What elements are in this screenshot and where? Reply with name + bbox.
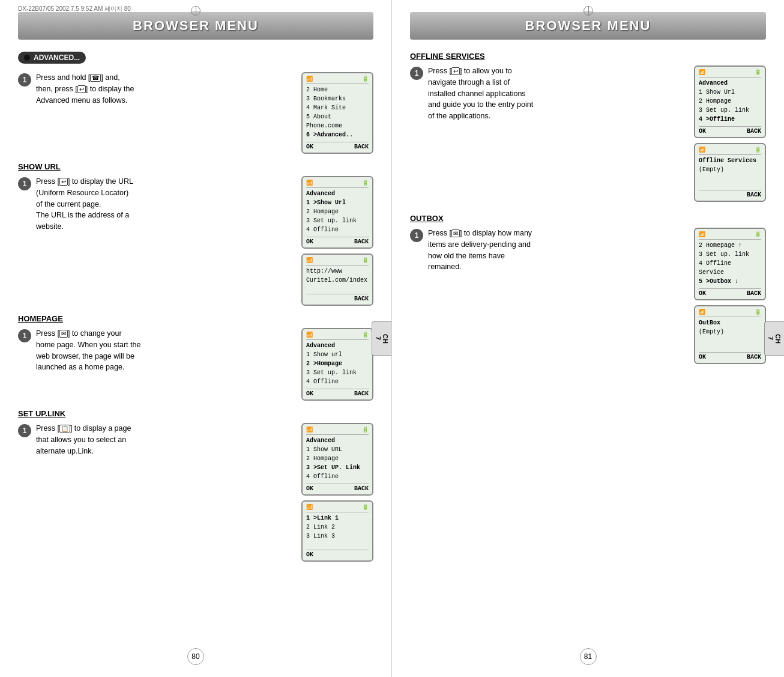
advanced-step-text: Press and hold [☎] and, then, press [↩] … — [36, 72, 295, 106]
offline-services-section: OFFLINE SERVICES 1 Press [↩] to allow yo… — [410, 52, 766, 202]
show-url-content: 1 Press [↩] to display the URL (Uniform … — [18, 176, 295, 238]
screen-offline-1: 📶🔋 Advanced 1 Show Url 2 Hompage 3 Set u… — [694, 65, 766, 138]
screen-setup-link-1: 📶🔋 Advanced 1 Show URL 2 Hompage 3 >Set … — [301, 423, 373, 496]
right-page: BROWSER MENU OFFLINE SERVICES 1 Press [↩… — [392, 0, 784, 677]
offline-step: 1 Press [↩] to allow you to navigate thr… — [410, 65, 766, 202]
show-url-screens: 📶🔋 Advanced 1 >Show Url 2 Hompage 3 Set … — [295, 176, 373, 306]
right-header-bar: BROWSER MENU — [410, 12, 766, 40]
left-page-number: 80 — [187, 648, 204, 665]
show-url-text: Press [↩] to display the URL (Uniform Re… — [36, 176, 295, 232]
setup-link-screens: 📶🔋 Advanced 1 Show URL 2 Hompage 3 >Set … — [295, 423, 373, 562]
ch-tab-left-page: CH7 — [372, 321, 391, 356]
screen-homepage: 📶🔋 Advanced 1 Show url 2 >Hompage 3 Set … — [301, 328, 373, 401]
offline-text: Press [↩] to allow you to navigate throu… — [428, 65, 688, 122]
step-num-1: 1 — [18, 73, 31, 87]
show-url-section: SHOW URL 1 Press [↩] to display the URL … — [18, 162, 373, 306]
step-num-setup-link: 1 — [18, 424, 31, 437]
homepage-step: 1 Press [✉] to change your home page. Wh… — [18, 328, 373, 401]
setup-link-text: Press [📋] to display a page that allows … — [36, 423, 295, 457]
advanced-label: ADVANCED... — [18, 52, 86, 64]
step-num-offline: 1 — [410, 67, 423, 80]
screen-show-url-1: 📶🔋 Advanced 1 >Show Url 2 Hompage 3 Set … — [301, 176, 373, 249]
left-page-title: BROWSER MENU — [18, 18, 373, 34]
screen-show-url-2: 📶🔋 http://www Curitel.com/index BACK — [301, 253, 373, 306]
crosshair-top — [191, 6, 201, 16]
left-page: DX-22B07/05 2002.7.5 9:52 AM 페이지 80 BROW… — [0, 0, 392, 677]
step-num-homepage: 1 — [18, 329, 31, 342]
step-num-outbox: 1 — [410, 229, 423, 242]
ch-tab-right-page: CH7 — [764, 321, 784, 356]
show-url-title: SHOW URL — [18, 162, 373, 171]
right-page-number: 81 — [580, 648, 597, 665]
screen-outbox-2: 📶🔋 OutBox (Empty) OKBACK — [694, 305, 766, 364]
left-header-bar: BROWSER MENU — [18, 12, 373, 40]
setup-link-title: SET UP.LINK — [18, 409, 373, 418]
screen-outbox-1: 📶🔋 2 Homepage ↑ 3 Set up. link 4 Offline… — [694, 228, 766, 300]
setup-link-section: SET UP.LINK 1 Press [📋] to display a pag… — [18, 409, 373, 562]
outbox-section: OUTBOX 1 Press [✉] to display how many i… — [410, 214, 766, 364]
crosshair-top-right — [583, 6, 593, 16]
screen-setup-link-2: 📶🔋 1 >Link 1 2 Link 2 3 Link 3 OK — [301, 500, 373, 562]
homepage-content: 1 Press [✉] to change your home page. Wh… — [18, 328, 295, 379]
advanced-step-content: 1 Press and hold [☎] and, then, press [↩… — [18, 72, 295, 112]
homepage-section: HOMEPAGE 1 Press [✉] to change your home… — [18, 314, 373, 401]
outbox-step: 1 Press [✉] to display how many items ar… — [410, 228, 766, 364]
step-num-show-url: 1 — [18, 177, 31, 190]
right-page-title: BROWSER MENU — [410, 18, 766, 34]
advanced-section: ADVANCED... 1 Press and hold [☎] and, th… — [18, 52, 373, 154]
watermark: DX-22B07/05 2002.7.5 9:52 AM 페이지 80 — [18, 5, 131, 13]
offline-screens: 📶🔋 Advanced 1 Show Url 2 Hompage 3 Set u… — [688, 65, 766, 202]
homepage-title: HOMEPAGE — [18, 314, 373, 323]
setup-link-content: 1 Press [📋] to display a page that allow… — [18, 423, 295, 463]
outbox-title: OUTBOX — [410, 214, 766, 223]
screen-offline-2: 📶🔋 Offline Services (Empty) BACK — [694, 143, 766, 202]
outbox-content: 1 Press [✉] to display how many items ar… — [410, 228, 688, 279]
outbox-text: Press [✉] to display how many items are … — [428, 228, 688, 273]
show-url-step: 1 Press [↩] to display the URL (Uniform … — [18, 176, 373, 306]
screen-advanced-main: 📶🔋 2 Home 3 Bookmarks 4 Mark Site 5 Abou… — [301, 72, 373, 154]
offline-services-title: OFFLINE SERVICES — [410, 52, 766, 61]
homepage-text: Press [✉] to change your home page. When… — [36, 328, 295, 373]
advanced-step: 1 Press and hold [☎] and, then, press [↩… — [18, 72, 373, 154]
offline-content: 1 Press [↩] to allow you to navigate thr… — [410, 65, 688, 128]
outbox-screens: 📶🔋 2 Homepage ↑ 3 Set up. link 4 Offline… — [688, 228, 766, 364]
setup-link-step: 1 Press [📋] to display a page that allow… — [18, 423, 373, 562]
